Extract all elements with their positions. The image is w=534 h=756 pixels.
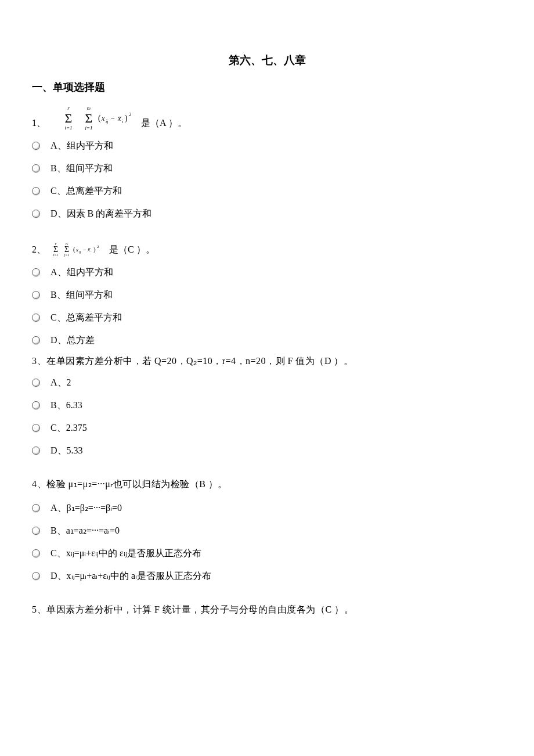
svg-text:j=1: j=1 <box>64 253 70 257</box>
radio-icon[interactable] <box>32 549 40 557</box>
svg-text:ij: ij <box>79 250 81 254</box>
svg-text:nᵢ: nᵢ <box>87 105 92 111</box>
svg-text:(: ( <box>73 246 75 253</box>
option-label: C、总离差平方和 <box>50 311 122 325</box>
option-label: C、总离差平方和 <box>50 184 122 198</box>
section-heading: 一、单项选择题 <box>32 80 502 95</box>
question-1-stem: 1、 r Σ i=1 nᵢ Σ j=1 ( x ij − _ x i ) 2 是… <box>32 103 502 130</box>
option-q1-a: A、组内平方和 <box>32 137 502 154</box>
svg-text:r: r <box>67 105 70 111</box>
option-q3-c: C、2.375 <box>32 419 502 437</box>
option-q4-d: D、xᵢⱼ=μᵢ+aᵢ+εᵢⱼ中的 aᵢ是否服从正态分布 <box>32 567 502 585</box>
option-q4-c: C、xᵢⱼ=μᵢ+εᵢⱼ中的 εᵢⱼ是否服从正态分布 <box>32 545 502 562</box>
question-2-trail: 是（C ）。 <box>109 243 155 257</box>
question-number-2: 2、 <box>32 243 46 257</box>
svg-text:x: x <box>87 247 90 253</box>
question-number-1: 1、 <box>32 116 46 130</box>
question-2-stem: 2、 r Σ i=1 nᵢ Σ j=1 ( x ij − _ _ x · ) 2… <box>32 240 502 257</box>
radio-icon[interactable] <box>32 142 40 150</box>
option-q2-d: D、总方差 <box>32 332 502 349</box>
svg-text:Σ: Σ <box>64 245 69 254</box>
page-title: 第六、七、八章 <box>32 52 502 69</box>
option-label: B、组间平方和 <box>50 288 113 302</box>
option-label: B、a₁=a₂=···=aᵢ=0 <box>50 524 120 538</box>
option-label: A、组内平方和 <box>50 265 113 279</box>
option-label: D、xᵢⱼ=μᵢ+aᵢ+εᵢⱼ中的 aᵢ是否服从正态分布 <box>50 569 211 583</box>
svg-text:(: ( <box>98 114 101 123</box>
svg-text:Σ: Σ <box>65 111 73 125</box>
svg-text:2: 2 <box>129 111 132 117</box>
svg-text:): ) <box>93 246 96 253</box>
radio-icon[interactable] <box>32 336 40 344</box>
option-q4-a: A、β₁=β₂=···=βᵢ=0 <box>32 499 502 517</box>
svg-text:Σ: Σ <box>53 245 58 254</box>
option-q2-b: B、组间平方和 <box>32 286 502 304</box>
svg-text:Σ: Σ <box>85 111 93 125</box>
svg-text:·: · <box>91 250 92 254</box>
radio-icon[interactable] <box>32 379 40 387</box>
option-q2-c: C、总离差平方和 <box>32 309 502 326</box>
option-q2-a: A、组内平方和 <box>32 264 502 281</box>
question-5-stem: 5、单因素方差分析中，计算 F 统计量，其分子与分母的自由度各为（C ）。 <box>32 603 502 617</box>
svg-text:x: x <box>101 114 105 123</box>
question-4-stem: 4、检验 μ₁=μ₂=···μᵣ也可以归结为检验（B ）。 <box>32 477 502 491</box>
option-q1-d: D、因素 B 的离差平方和 <box>32 205 502 222</box>
svg-text:): ) <box>125 114 128 123</box>
radio-icon[interactable] <box>32 572 40 580</box>
option-label: D、总方差 <box>50 333 95 347</box>
radio-icon[interactable] <box>32 314 40 322</box>
question-3-stem: 3、在单因素方差分析中，若 Q=20，Q₂=10，r=4，n=20，则 F 值为… <box>32 354 502 368</box>
formula-1: r Σ i=1 nᵢ Σ j=1 ( x ij − _ x i ) 2 <box>48 103 141 130</box>
option-label: A、组内平方和 <box>50 139 113 153</box>
option-label: C、2.375 <box>50 421 87 435</box>
radio-icon[interactable] <box>32 447 40 455</box>
option-q3-d: D、5.33 <box>32 442 502 459</box>
svg-text:i=1: i=1 <box>53 253 59 257</box>
svg-text:−: − <box>111 114 115 123</box>
svg-text:2: 2 <box>97 244 99 249</box>
question-1-trail: 是（A ）。 <box>141 116 187 130</box>
option-label: C、xᵢⱼ=μᵢ+εᵢⱼ中的 εᵢⱼ是否服从正态分布 <box>50 546 201 560</box>
radio-icon[interactable] <box>32 164 40 172</box>
radio-icon[interactable] <box>32 210 40 218</box>
option-label: A、2 <box>50 376 71 390</box>
radio-icon[interactable] <box>32 401 40 409</box>
option-label: D、因素 B 的离差平方和 <box>50 207 151 221</box>
formula-2: r Σ i=1 nᵢ Σ j=1 ( x ij − _ _ x · ) 2 <box>48 240 109 257</box>
radio-icon[interactable] <box>32 424 40 432</box>
option-label: A、β₁=β₂=···=βᵢ=0 <box>50 501 122 515</box>
radio-icon[interactable] <box>32 527 40 535</box>
svg-text:i: i <box>122 119 123 124</box>
radio-icon[interactable] <box>32 291 40 299</box>
radio-icon[interactable] <box>32 504 40 512</box>
option-q1-c: C、总离差平方和 <box>32 182 502 200</box>
radio-icon[interactable] <box>32 187 40 195</box>
option-q3-b: B、6.33 <box>32 397 502 414</box>
svg-text:j=1: j=1 <box>84 125 92 130</box>
option-label: B、组间平方和 <box>50 161 113 175</box>
radio-icon[interactable] <box>32 268 40 276</box>
option-q1-b: B、组间平方和 <box>32 160 502 177</box>
option-label: B、6.33 <box>50 398 82 412</box>
svg-text:x: x <box>117 114 121 123</box>
svg-text:−: − <box>83 247 86 253</box>
option-q3-a: A、2 <box>32 374 502 391</box>
option-q4-b: B、a₁=a₂=···=aᵢ=0 <box>32 522 502 539</box>
option-label: D、5.33 <box>50 444 83 458</box>
svg-text:i=1: i=1 <box>64 125 72 130</box>
svg-text:ij: ij <box>106 119 109 124</box>
svg-text:x: x <box>75 247 78 253</box>
